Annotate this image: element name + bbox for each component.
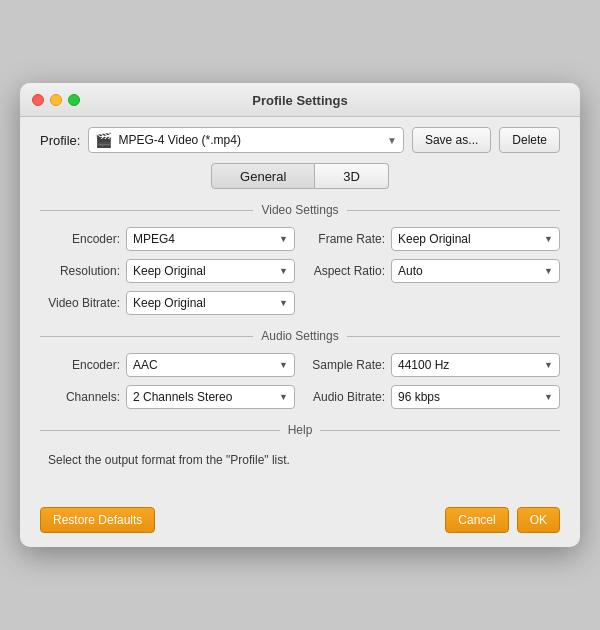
- frame-rate-select[interactable]: Keep Original ▼: [391, 227, 560, 251]
- title-bar: Profile Settings: [20, 83, 580, 117]
- encoder-chevron-icon: ▼: [279, 234, 288, 244]
- close-button[interactable]: [32, 94, 44, 106]
- channels-label: Channels:: [40, 390, 120, 404]
- help-section-line-right: [320, 430, 560, 431]
- ok-button[interactable]: OK: [517, 507, 560, 533]
- sample-rate-select[interactable]: 44100 Hz ▼: [391, 353, 560, 377]
- sample-rate-label: Sample Rate:: [305, 358, 385, 372]
- audio-encoder-label: Encoder:: [40, 358, 120, 372]
- delete-button[interactable]: Delete: [499, 127, 560, 153]
- audio-bitrate-row: Audio Bitrate: 96 kbps ▼: [305, 385, 560, 409]
- profile-select[interactable]: 🎬 MPEG-4 Video (*.mp4) ▼: [88, 127, 403, 153]
- tab-3d[interactable]: 3D: [315, 163, 389, 189]
- tab-general[interactable]: General: [211, 163, 315, 189]
- video-settings-header: Video Settings: [40, 203, 560, 217]
- audio-section-line-right: [347, 336, 560, 337]
- channels-value: 2 Channels Stereo: [133, 390, 279, 404]
- encoder-row: Encoder: MPEG4 ▼: [40, 227, 295, 251]
- frame-rate-row: Frame Rate: Keep Original ▼: [305, 227, 560, 251]
- profile-label: Profile:: [40, 133, 80, 148]
- aspect-ratio-value: Auto: [398, 264, 544, 278]
- traffic-lights: [32, 94, 80, 106]
- aspect-ratio-chevron-icon: ▼: [544, 266, 553, 276]
- audio-encoder-value: AAC: [133, 358, 279, 372]
- video-settings-grid: Encoder: MPEG4 ▼ Frame Rate: Keep Origin…: [40, 227, 560, 315]
- video-bitrate-row: Video Bitrate: Keep Original ▼: [40, 291, 295, 315]
- profile-row: Profile: 🎬 MPEG-4 Video (*.mp4) ▼ Save a…: [40, 127, 560, 153]
- profile-chevron-icon: ▼: [387, 135, 397, 146]
- video-bitrate-value: Keep Original: [133, 296, 279, 310]
- aspect-ratio-row: Aspect Ratio: Auto ▼: [305, 259, 560, 283]
- save-as-button[interactable]: Save as...: [412, 127, 491, 153]
- frame-rate-value: Keep Original: [398, 232, 544, 246]
- sample-rate-value: 44100 Hz: [398, 358, 544, 372]
- video-section-line-left: [40, 210, 253, 211]
- audio-section-line-left: [40, 336, 253, 337]
- video-bitrate-label: Video Bitrate:: [40, 296, 120, 310]
- resolution-value: Keep Original: [133, 264, 279, 278]
- profile-icon: 🎬: [95, 132, 112, 148]
- video-section-line-right: [347, 210, 560, 211]
- frame-rate-chevron-icon: ▼: [544, 234, 553, 244]
- sample-rate-chevron-icon: ▼: [544, 360, 553, 370]
- encoder-select[interactable]: MPEG4 ▼: [126, 227, 295, 251]
- audio-settings-title: Audio Settings: [261, 329, 338, 343]
- help-title: Help: [288, 423, 313, 437]
- resolution-select[interactable]: Keep Original ▼: [126, 259, 295, 283]
- profile-value: MPEG-4 Video (*.mp4): [118, 133, 381, 147]
- help-section: Help Select the output format from the "…: [40, 423, 560, 467]
- resolution-chevron-icon: ▼: [279, 266, 288, 276]
- help-section-line-left: [40, 430, 280, 431]
- window-title: Profile Settings: [252, 93, 347, 108]
- resolution-label: Resolution:: [40, 264, 120, 278]
- audio-settings-header: Audio Settings: [40, 329, 560, 343]
- encoder-value: MPEG4: [133, 232, 279, 246]
- sample-rate-row: Sample Rate: 44100 Hz ▼: [305, 353, 560, 377]
- aspect-ratio-select[interactable]: Auto ▼: [391, 259, 560, 283]
- tabs-row: General 3D: [40, 163, 560, 189]
- channels-chevron-icon: ▼: [279, 392, 288, 402]
- help-header: Help: [40, 423, 560, 437]
- video-settings-title: Video Settings: [261, 203, 338, 217]
- resolution-row: Resolution: Keep Original ▼: [40, 259, 295, 283]
- audio-bitrate-value: 96 kbps: [398, 390, 544, 404]
- restore-defaults-button[interactable]: Restore Defaults: [40, 507, 155, 533]
- bottom-bar: Restore Defaults Cancel OK: [20, 497, 580, 547]
- minimize-button[interactable]: [50, 94, 62, 106]
- bottom-right-buttons: Cancel OK: [445, 507, 560, 533]
- maximize-button[interactable]: [68, 94, 80, 106]
- audio-encoder-select[interactable]: AAC ▼: [126, 353, 295, 377]
- help-text: Select the output format from the "Profi…: [40, 447, 560, 467]
- cancel-button[interactable]: Cancel: [445, 507, 508, 533]
- video-bitrate-chevron-icon: ▼: [279, 298, 288, 308]
- channels-select[interactable]: 2 Channels Stereo ▼: [126, 385, 295, 409]
- video-bitrate-select[interactable]: Keep Original ▼: [126, 291, 295, 315]
- audio-settings-section: Audio Settings Encoder: AAC ▼ Sample Rat…: [40, 329, 560, 409]
- audio-bitrate-select[interactable]: 96 kbps ▼: [391, 385, 560, 409]
- main-content: Profile: 🎬 MPEG-4 Video (*.mp4) ▼ Save a…: [20, 117, 580, 497]
- profile-settings-window: Profile Settings Profile: 🎬 MPEG-4 Video…: [20, 83, 580, 547]
- channels-row: Channels: 2 Channels Stereo ▼: [40, 385, 295, 409]
- frame-rate-label: Frame Rate:: [305, 232, 385, 246]
- audio-bitrate-chevron-icon: ▼: [544, 392, 553, 402]
- video-settings-section: Video Settings Encoder: MPEG4 ▼ Frame Ra…: [40, 203, 560, 315]
- audio-settings-grid: Encoder: AAC ▼ Sample Rate: 44100 Hz ▼ C…: [40, 353, 560, 409]
- aspect-ratio-label: Aspect Ratio:: [305, 264, 385, 278]
- encoder-label: Encoder:: [40, 232, 120, 246]
- audio-encoder-row: Encoder: AAC ▼: [40, 353, 295, 377]
- audio-encoder-chevron-icon: ▼: [279, 360, 288, 370]
- audio-bitrate-label: Audio Bitrate:: [305, 390, 385, 404]
